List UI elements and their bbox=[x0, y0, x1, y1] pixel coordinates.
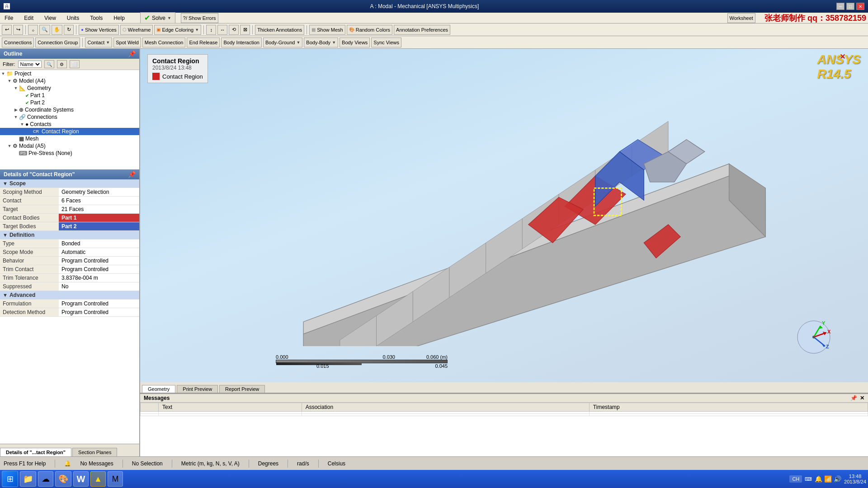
fit-view-button[interactable]: ⊠ bbox=[240, 25, 250, 35]
edge-coloring-button[interactable]: ▣ Edge Coloring ▼ bbox=[154, 25, 201, 35]
start-button[interactable]: ⊞ bbox=[2, 471, 18, 487]
details-value[interactable]: Part 2 bbox=[59, 222, 139, 231]
menu-view[interactable]: View bbox=[42, 14, 59, 22]
section-header-advanced[interactable]: ▼Advanced bbox=[0, 291, 139, 300]
details-container[interactable]: ▼ScopeScoping MethodGeometry SelectionCo… bbox=[0, 179, 139, 444]
tree-toggle-1[interactable]: ▼ bbox=[6, 79, 13, 83]
taskbar-media[interactable]: 🎨 bbox=[55, 471, 71, 487]
tree-item-8[interactable]: CR Contact Region bbox=[0, 128, 139, 135]
tab-details[interactable]: Details of "...tact Region" bbox=[0, 448, 71, 456]
taskbar-cloud[interactable]: ☁ bbox=[38, 471, 53, 487]
sync-views-button[interactable]: Sync Views bbox=[371, 38, 401, 47]
tree-item-11[interactable]: PS Pre-Stress (None) bbox=[0, 150, 139, 157]
menu-units[interactable]: Units bbox=[64, 14, 82, 22]
filter-button[interactable]: 🔍 bbox=[44, 60, 54, 68]
details-value[interactable]: Program Controlled bbox=[59, 257, 139, 265]
tree-item-7[interactable]: ▼ ● Contacts bbox=[0, 121, 139, 128]
mesh-connection-button[interactable]: Mesh Connection bbox=[142, 38, 186, 47]
tree-item-6[interactable]: ▼ 🔗 Connections bbox=[0, 113, 139, 121]
contact-arrow[interactable]: ▼ bbox=[106, 40, 110, 45]
tab-geometry[interactable]: Geometry bbox=[142, 385, 175, 393]
taskbar-ansys[interactable]: ▲ bbox=[90, 471, 106, 487]
outline-options-button[interactable]: ⚙ bbox=[57, 60, 67, 68]
end-release-button[interactable]: End Release bbox=[187, 38, 220, 47]
menu-file[interactable]: File bbox=[2, 14, 16, 22]
annotation-preferences-button[interactable]: Annotation Preferences bbox=[394, 25, 450, 35]
tree-toggle-0[interactable]: ▼ bbox=[0, 71, 6, 76]
body-body-button[interactable]: Body-Body ▼ bbox=[304, 38, 338, 47]
spot-weld-button[interactable]: Spot Weld bbox=[113, 38, 141, 47]
rotate-x-button[interactable]: ↕ bbox=[206, 25, 216, 35]
messages-pin[interactable]: 📌 bbox=[850, 395, 857, 401]
tree-item-3[interactable]: ✔ Part 1 bbox=[0, 92, 139, 99]
maximize-button[interactable]: □ bbox=[846, 3, 854, 10]
taskbar-explorer[interactable]: 📁 bbox=[20, 471, 36, 487]
taskbar-word[interactable]: W bbox=[73, 471, 89, 487]
tree-item-2[interactable]: ▼ 📐 Geometry bbox=[0, 84, 139, 92]
tree-container[interactable]: ▼ 📁 Project ▼ ⚙ Model (A4) ▼ 📐 Geometry … bbox=[0, 70, 139, 169]
random-colors-button[interactable]: 🎨 Random Colors bbox=[347, 25, 392, 35]
contact-button[interactable]: Contact ▼ bbox=[85, 38, 112, 47]
tree-toggle-10[interactable]: ▼ bbox=[6, 144, 13, 148]
tree-toggle-6[interactable]: ▼ bbox=[13, 115, 19, 119]
redo-button[interactable]: ↪ bbox=[13, 25, 23, 35]
body-body-arrow[interactable]: ▼ bbox=[332, 40, 336, 45]
details-value[interactable]: Bonded bbox=[59, 239, 139, 248]
rotate-y-button[interactable]: ↔ bbox=[217, 25, 227, 35]
tree-item-10[interactable]: ▼ ⚙ Modal (A5) bbox=[0, 142, 139, 150]
zoom-button[interactable]: 🔍 bbox=[39, 25, 50, 35]
details-value[interactable]: Part 1 bbox=[59, 214, 139, 222]
body-interaction-button[interactable]: Body Interaction bbox=[221, 38, 262, 47]
tree-toggle-2[interactable]: ▼ bbox=[13, 86, 19, 90]
show-vertices-button[interactable]: ● Show Vertices bbox=[79, 25, 119, 35]
connections-button[interactable]: Connections bbox=[2, 38, 34, 47]
messages-close[interactable]: ✕ bbox=[860, 395, 864, 401]
section-header-scope[interactable]: ▼Scope bbox=[0, 179, 139, 188]
details-value[interactable]: Program Controlled bbox=[59, 265, 139, 274]
tree-item-1[interactable]: ▼ ⚙ Model (A4) bbox=[0, 77, 139, 84]
outline-pin[interactable]: 📌 bbox=[128, 50, 136, 57]
details-pin[interactable]: 📌 bbox=[128, 171, 136, 178]
wireframe-button[interactable]: ⬡ Wireframe bbox=[120, 25, 153, 35]
details-value[interactable]: Program Controlled bbox=[59, 300, 139, 308]
menu-tools[interactable]: Tools bbox=[87, 14, 105, 22]
rotate-button[interactable]: ↻ bbox=[64, 25, 74, 35]
details-value[interactable]: 3.8378e-004 m bbox=[59, 274, 139, 282]
rotate-z-button[interactable]: ⟲ bbox=[229, 25, 239, 35]
tree-item-9[interactable]: ▦ Mesh bbox=[0, 135, 139, 142]
tab-report-preview[interactable]: Report Preview bbox=[219, 385, 265, 393]
details-value[interactable]: Program Controlled bbox=[59, 308, 139, 317]
solve-dropdown-arrow[interactable]: ▼ bbox=[167, 16, 171, 20]
solve-button[interactable]: ✔ Solve ▼ bbox=[140, 12, 175, 23]
details-value[interactable]: No bbox=[59, 282, 139, 291]
undo-button[interactable]: ↩ bbox=[2, 25, 12, 35]
close-viewport-button[interactable]: ✕ bbox=[840, 52, 845, 61]
close-button[interactable]: ✕ bbox=[856, 3, 864, 10]
outline-scroll-button[interactable]: ⬜ bbox=[70, 60, 80, 68]
menu-edit[interactable]: Edit bbox=[21, 14, 36, 22]
taskbar-mail[interactable]: M bbox=[108, 471, 123, 487]
show-mesh-button[interactable]: ▦ Show Mesh bbox=[309, 25, 345, 35]
tree-toggle-5[interactable]: ▶ bbox=[13, 108, 19, 112]
show-errors-button[interactable]: ?/ Show Errors bbox=[181, 13, 218, 23]
worksheet-button[interactable]: Worksheet bbox=[727, 13, 755, 23]
details-value[interactable]: Geometry Selection bbox=[59, 188, 139, 197]
section-header-definition[interactable]: ▼Definition bbox=[0, 231, 139, 239]
body-views-button[interactable]: Body Views bbox=[340, 38, 370, 47]
details-value[interactable]: 6 Faces bbox=[59, 197, 139, 205]
edge-coloring-arrow[interactable]: ▼ bbox=[195, 28, 199, 32]
tab-section-planes[interactable]: Section Planes bbox=[72, 448, 117, 456]
select-mode-button[interactable]: ⬦ bbox=[28, 25, 38, 35]
body-ground-button[interactable]: Body-Ground ▼ bbox=[263, 38, 302, 47]
tab-print-preview[interactable]: Print Preview bbox=[177, 385, 218, 393]
details-value[interactable]: Automatic bbox=[59, 248, 139, 257]
details-header[interactable]: Details of "Contact Region" 📌 bbox=[0, 169, 139, 179]
viewport[interactable]: Contact Region 2013/8/24 13:48 Contact R… bbox=[140, 49, 868, 382]
tree-item-0[interactable]: ▼ 📁 Project bbox=[0, 70, 139, 77]
details-value[interactable]: 21 Faces bbox=[59, 205, 139, 214]
tree-item-4[interactable]: ✔ Part 2 bbox=[0, 99, 139, 106]
filter-select[interactable]: Name bbox=[18, 61, 42, 68]
minimize-button[interactable]: ─ bbox=[836, 3, 844, 10]
tree-toggle-7[interactable]: ▼ bbox=[19, 122, 25, 127]
body-ground-arrow[interactable]: ▼ bbox=[296, 40, 300, 45]
